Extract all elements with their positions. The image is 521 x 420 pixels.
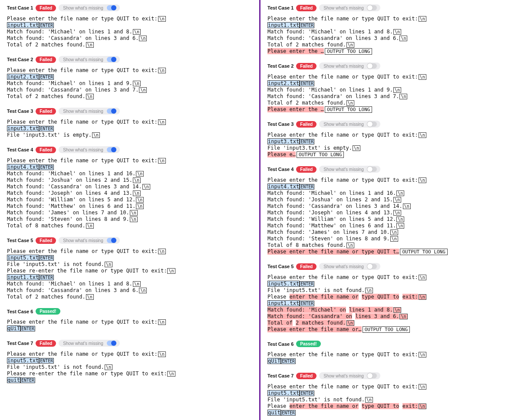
newline-token: \n — [399, 94, 407, 99]
show-missing-toggle[interactable] — [107, 57, 116, 62]
enter-token: ENTER — [39, 164, 54, 170]
show-missing-toggle[interactable] — [367, 373, 377, 378]
output-text: File 'input5.txt' is not found. — [7, 261, 104, 267]
output-line: Please enter the file name or type QUIT … — [267, 351, 517, 358]
show-missing-pill[interactable]: Show what's missing — [319, 372, 380, 379]
show-missing-toggle[interactable] — [367, 5, 377, 10]
output-line: Match found: 'Michael' on lines 1 and 8.… — [7, 29, 255, 35]
enter-token: ENTER — [20, 377, 35, 383]
show-missing-pill[interactable]: Show what's missing — [59, 108, 120, 115]
output-text: Match found: 'Michael' on lines 1 and 16… — [7, 171, 135, 177]
show-missing-toggle[interactable] — [107, 341, 116, 346]
output-text: exit: — [402, 294, 418, 300]
test-output: Please enter the file name or type QUIT … — [267, 16, 517, 55]
newline-token: \n — [419, 16, 426, 22]
show-missing-pill[interactable]: Show what's missing — [319, 166, 380, 173]
output-line: input1.txtENTER — [7, 22, 255, 29]
test-case-title: Test Case 6 — [267, 341, 293, 347]
output-line: Match found: 'James' on lines 7 and 10.\… — [267, 229, 517, 236]
output-text — [346, 307, 349, 313]
newline-token: \n — [353, 145, 360, 151]
newline-token: \n — [419, 384, 426, 390]
show-missing-toggle[interactable] — [107, 147, 116, 152]
show-missing-pill[interactable]: Show what's missing — [59, 4, 120, 11]
output-text: Match found: 'Cassandra' on lines 3 and … — [267, 93, 399, 99]
test-output: Please enter the file name or type QUIT … — [267, 177, 517, 255]
show-missing-pill[interactable]: Show what's missing — [319, 4, 380, 11]
output-line: input3.txtENTER — [267, 138, 517, 145]
test-case-title: Test Case 7 — [267, 373, 293, 378]
show-missing-toggle[interactable] — [367, 264, 377, 269]
newline-token: \n — [167, 371, 175, 377]
show-missing-label: Show what's missing — [323, 64, 364, 69]
show-missing-pill[interactable]: Show what's missing — [59, 146, 120, 153]
newline-token: \n — [403, 203, 411, 209]
show-missing-toggle[interactable] — [367, 121, 377, 127]
newline-token: \n — [130, 210, 138, 216]
output-text: Match found: 'Michael' on lines 1 and 9. — [7, 80, 132, 86]
test-case: Test Case 7FailedShow what's missingPlea… — [7, 340, 255, 384]
newline-token: \n — [133, 29, 141, 35]
output-line: Match found: 'Michael' on lines 1 and 8.… — [7, 281, 255, 287]
newline-token: \n — [139, 87, 147, 93]
output-text: Please enter the file name or type QUIT … — [267, 16, 418, 22]
enter-token: ENTER — [39, 255, 54, 261]
output-text: File 'input5.txt' is not found. — [267, 397, 365, 403]
newline-token: \n — [86, 294, 94, 300]
test-case-title: Test Case 2 — [267, 63, 293, 69]
output-text: Please enter the file name or type QUIT … — [7, 351, 158, 357]
show-missing-pill[interactable]: Show what's missing — [59, 340, 120, 347]
output-line: Match found: 'Steven' on lines 8 and 9.\… — [267, 236, 517, 242]
output-text: File 'input3.txt' is empty. — [267, 145, 352, 151]
output-text — [359, 294, 362, 300]
show-missing-pill[interactable]: Show what's missing — [59, 237, 120, 244]
test-case-header: Test Case 5FailedShow what's missing — [267, 263, 517, 270]
show-missing-toggle[interactable] — [367, 167, 377, 172]
output-text: lines 1 and 8. — [349, 307, 393, 313]
show-missing-label: Show what's missing — [323, 374, 364, 378]
newline-token: \n — [158, 158, 166, 164]
show-missing-toggle[interactable] — [107, 238, 116, 243]
test-case: Test Case 6Passed!Please enter the file … — [7, 308, 255, 332]
output-text: Match found: 'Cassandra' on lines 3 and … — [7, 184, 142, 190]
output-line: File 'input5.txt' is not found.\n — [267, 397, 517, 403]
enter-token: ENTER — [300, 281, 314, 287]
newline-token: \n — [92, 132, 100, 138]
output-line: File 'input3.txt' is empty.\n — [7, 132, 255, 138]
output-text: Match found: 'Steven' on lines 8 and 9. — [7, 216, 129, 222]
test-case: Test Case 1FailedShow what's missingPlea… — [267, 4, 517, 55]
output-line: Match found: 'Cassandra' on lines 3 and … — [7, 87, 255, 93]
show-missing-label: Show what's missing — [323, 167, 364, 172]
newline-token: \n — [399, 314, 407, 319]
output-line: Match found: 'Matthew' on lines 6 and 11… — [7, 203, 255, 210]
show-missing-pill[interactable]: Show what's missing — [319, 263, 380, 270]
show-missing-toggle[interactable] — [107, 108, 116, 114]
output-line: Please enter the file name or…OUTPUT TOO… — [267, 326, 517, 333]
output-line: Match found: 'Joshua' on lines 2 and 15.… — [7, 177, 255, 184]
output-line: Please enter the file name or type QUIT … — [267, 294, 517, 300]
failed-badge: Failed — [296, 121, 317, 128]
newline-token: \n — [136, 171, 144, 177]
newline-token: \n — [136, 197, 144, 203]
show-missing-toggle[interactable] — [367, 63, 377, 69]
show-missing-pill[interactable]: Show what's missing — [319, 62, 380, 69]
test-case: Test Case 7FailedShow what's missingPlea… — [267, 372, 517, 416]
output-text: Match found: 'Cassandra' on lines 3 and … — [7, 87, 138, 93]
newline-token: \n — [393, 87, 401, 93]
enter-token: ENTER — [39, 23, 54, 28]
enter-token: ENTER — [39, 126, 54, 131]
test-case: Test Case 3FailedShow what's missingPlea… — [267, 121, 517, 158]
show-missing-label: Show what's missing — [63, 238, 103, 243]
newline-token: \n — [133, 177, 141, 183]
output-line: Please enter the file name or type QUIT … — [7, 319, 255, 325]
show-missing-pill[interactable]: Show what's missing — [319, 121, 380, 128]
show-missing-toggle[interactable] — [107, 5, 116, 10]
show-missing-pill[interactable]: Show what's missing — [59, 56, 120, 63]
output-text: Match found: 'Joseph' on lines 4 and 13. — [267, 210, 393, 216]
output-text: File 'input3.txt' is empty. — [7, 132, 92, 138]
output-text: 2 matches found. — [296, 320, 346, 326]
newline-token: \n — [133, 81, 141, 86]
output-text: File 'input5.txt' is not found. — [267, 287, 365, 293]
newline-token: \n — [419, 177, 426, 183]
output-line: Match found: 'Cassandra' on lines 3 and … — [267, 35, 517, 42]
